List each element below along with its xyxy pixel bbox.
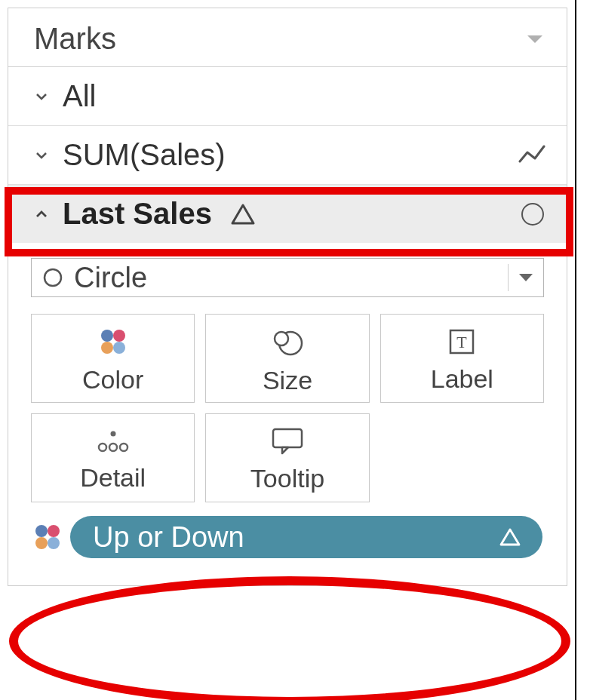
size-tile[interactable]: Size (205, 314, 369, 403)
marks-row-sum-sales[interactable]: SUM(Sales) (8, 126, 567, 185)
label-tile[interactable]: T Label (380, 314, 544, 403)
marks-row-last-sales[interactable]: Last Sales (8, 185, 567, 243)
svg-marker-15 (282, 447, 288, 453)
delta-icon (230, 203, 256, 226)
svg-text:T: T (457, 333, 468, 352)
svg-point-3 (113, 330, 125, 342)
svg-marker-0 (232, 205, 254, 223)
svg-point-7 (275, 332, 288, 345)
tile-label: Detail (80, 463, 146, 493)
svg-marker-20 (501, 530, 519, 545)
tile-label: Size (263, 366, 312, 395)
circle-icon (42, 267, 63, 288)
svg-point-16 (35, 525, 48, 537)
tooltip-icon (270, 426, 305, 456)
svg-point-10 (110, 431, 115, 436)
svg-point-1 (45, 269, 61, 286)
panel-menu-caret-icon[interactable] (527, 35, 542, 43)
circle-icon (521, 203, 544, 226)
svg-point-18 (35, 537, 48, 549)
detail-tile[interactable]: Detail (31, 413, 195, 502)
svg-rect-14 (273, 429, 302, 447)
svg-point-2 (101, 330, 113, 342)
divider (508, 264, 509, 291)
tooltip-tile[interactable]: Tooltip (205, 413, 369, 502)
size-icon (269, 325, 306, 358)
tile-label: Tooltip (250, 464, 324, 493)
svg-point-5 (113, 342, 125, 354)
window-edge (575, 0, 590, 700)
chevron-up-icon (34, 207, 49, 222)
marks-panel: Marks All SUM(Sales) Last Sales (8, 8, 567, 586)
svg-point-4 (101, 342, 113, 354)
mark-type-label: Circle (74, 262, 508, 294)
svg-point-19 (48, 537, 60, 549)
panel-title: Marks (34, 22, 116, 56)
pill-label: Up or Down (93, 521, 244, 554)
row-label: All (63, 79, 549, 113)
tile-label: Color (82, 365, 143, 395)
svg-point-13 (120, 444, 128, 451)
marks-row-all[interactable]: All (8, 67, 567, 126)
color-dots-icon (97, 326, 129, 358)
annotation-ellipse (9, 576, 570, 700)
color-tile[interactable]: Color (31, 314, 195, 403)
chevron-down-icon (34, 89, 49, 104)
svg-point-11 (99, 444, 106, 451)
color-dots-icon[interactable] (32, 522, 63, 552)
mark-property-tiles: Color Size T Label (31, 314, 544, 502)
line-chart-icon (518, 142, 545, 169)
marks-section-body: Circle Color (8, 243, 567, 585)
row-label: SUM(Sales) (63, 138, 505, 172)
svg-point-17 (48, 525, 60, 537)
chevron-down-icon (519, 274, 533, 281)
chevron-down-icon (34, 148, 49, 163)
label-text-icon: T (447, 327, 477, 357)
row-label: Last Sales (63, 197, 212, 231)
up-or-down-pill[interactable]: Up or Down (70, 516, 542, 558)
tile-label: Label (431, 364, 493, 394)
svg-point-12 (109, 444, 117, 451)
detail-icon (95, 426, 131, 456)
marks-panel-header: Marks (8, 8, 567, 67)
mark-type-selector[interactable]: Circle (31, 258, 544, 297)
delta-icon (499, 527, 521, 547)
pill-row: Up or Down (31, 516, 544, 558)
